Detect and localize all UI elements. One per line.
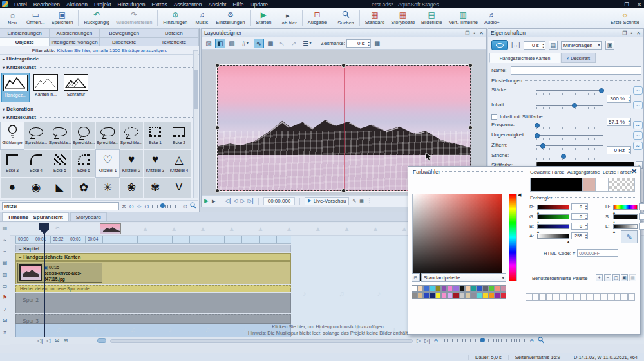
red-slider[interactable] <box>537 205 569 210</box>
section-kritzelkunst-deko[interactable]: Kritzelkunst <box>0 113 199 122</box>
tab-ausblendungen[interactable]: Ausblendungen <box>50 28 99 37</box>
lightness-slider[interactable] <box>613 224 638 229</box>
alpha-slider[interactable] <box>537 234 569 239</box>
saturation-value-field[interactable] <box>412 194 502 281</box>
layers-icon[interactable]: ▤ <box>3 272 8 277</box>
slider-handle[interactable] <box>572 103 577 108</box>
palette-swatch[interactable] <box>417 292 423 299</box>
table-icon[interactable]: ▦ <box>265 39 276 48</box>
palette-swatch[interactable] <box>453 285 459 292</box>
eyedropper-button[interactable] <box>621 230 638 243</box>
step-back-icon[interactable]: ◁ <box>234 198 238 204</box>
tab-handgezeichnete-kanten[interactable]: Handgezeichnete Kanten <box>489 53 560 63</box>
palette-swatch[interactable] <box>560 293 567 301</box>
filmstrip-icon[interactable]: ▥ <box>3 225 8 231</box>
hue-slider[interactable] <box>509 194 517 281</box>
close-panel-icon[interactable] <box>636 30 641 36</box>
timeline-zoom-slider[interactable] <box>442 339 526 342</box>
new-track-dropzone[interactable]: Hierher ziehen, um neue Spur anzule... <box>15 285 291 292</box>
palette-swatch[interactable] <box>430 292 435 299</box>
note-icon[interactable]: ♪ <box>4 306 6 312</box>
palette-swatch[interactable] <box>607 293 614 301</box>
kapitel-track-header[interactable]: –Kapitel <box>15 245 291 252</box>
palette-swatch[interactable] <box>441 292 447 299</box>
deco-item-scribble-ball[interactable]: ● <box>1 178 24 198</box>
toolbar-button-erste-schritte[interactable]: Erste Schritte <box>607 9 643 27</box>
palette-swatch[interactable] <box>465 292 471 299</box>
source-color-swatch[interactable] <box>583 178 596 192</box>
step-forward-icon[interactable]: ▷ <box>241 198 245 204</box>
saturation-slider[interactable] <box>613 214 638 219</box>
toolbar-button-neu[interactable]: Neu <box>1 9 23 27</box>
palette-swatch[interactable] <box>546 293 553 301</box>
tab-bewegungen[interactable]: Bewegungen <box>100 28 149 37</box>
palette-swatch[interactable] <box>533 293 540 301</box>
menu-ansicht[interactable]: Ansicht <box>205 1 230 8</box>
toolbar-button-ausgabe[interactable]: Ausgabe <box>305 9 330 27</box>
resize-handle-sw[interactable] <box>215 189 220 193</box>
skip-end-icon[interactable]: ▷| <box>424 338 430 344</box>
palette-swatch[interactable] <box>459 292 465 299</box>
scrollbar-thumb[interactable] <box>194 70 198 109</box>
menu-aktionen[interactable]: Aktionen <box>63 1 91 8</box>
resize-handle-w[interactable] <box>215 125 220 130</box>
spur3-track[interactable]: Spur 3 <box>15 314 291 324</box>
toolbar-button-speichern[interactable]: Speichern <box>48 9 77 27</box>
resize-handle-e[interactable] <box>468 125 473 130</box>
menu-hinzufuegen[interactable]: Hinzufügen <box>115 1 149 8</box>
toolbar-button-storyboard[interactable]: Storyboard <box>388 9 418 27</box>
toolbar-button-ab-hier[interactable]: ...ab hier <box>275 9 300 27</box>
palette-swatch[interactable] <box>482 292 488 299</box>
deco-item-v-shape[interactable]: V <box>167 178 191 198</box>
palette-swatch[interactable] <box>628 293 635 301</box>
deco-item-kritzelei-4[interactable]: △Kritzelei 4 <box>167 150 191 177</box>
slider-handle[interactable] <box>535 133 540 138</box>
stiftfarbe-checkbox-row[interactable]: Inhalt mit Stiftfarbe <box>491 114 543 120</box>
curve-button[interactable] <box>633 142 643 150</box>
save-template-icon[interactable]: ▣ <box>605 41 614 50</box>
deco-item-sprechblase-1[interactable]: Sprechbla... <box>24 122 48 149</box>
deco-item-ecke-5[interactable]: Ecke 5 <box>48 150 71 177</box>
style-item-kanten[interactable]: Kanten h... <box>32 73 60 102</box>
timeline-ruler[interactable]: 00:00 00:01 00:02 00:03 00:04 <box>15 236 291 244</box>
remove-palette-icon[interactable]: − <box>604 274 611 281</box>
menu-hilfe[interactable]: Hilfe <box>229 1 247 8</box>
style-item-handgezeichnet[interactable]: Handgez... <box>1 73 30 102</box>
palette-swatch[interactable] <box>580 293 587 301</box>
tab-texteffekte[interactable]: Texteffekte <box>149 37 199 46</box>
palette-swatch[interactable] <box>453 292 459 299</box>
tab-objekte[interactable]: Objekte <box>0 37 50 46</box>
html-code-input[interactable] <box>577 249 618 257</box>
scissors-icon[interactable]: ✂ <box>55 225 61 231</box>
deco-item-kritzelei-1[interactable]: ♡Kritzelei 1 <box>96 150 119 177</box>
palette-swatch[interactable] <box>488 285 494 292</box>
filter-reset-link[interactable]: Klicken Sie hier, um alle 1550 Einträge … <box>57 48 167 53</box>
templates-dropdown[interactable]: Minivorlagen <box>561 41 602 50</box>
section-hintergruende[interactable]: Hintergründe <box>0 55 199 63</box>
deco-item-sprechblase-5[interactable]: Sprechbla... <box>120 122 143 149</box>
deco-item-rose[interactable]: ❀ <box>120 178 143 198</box>
left-panel-scrollbar[interactable] <box>193 50 198 198</box>
deco-item-sprechblase-4[interactable]: Sprechbla... <box>96 122 119 149</box>
animation-toggle-button[interactable] <box>491 40 508 50</box>
palette-swatch[interactable] <box>553 293 560 301</box>
toolbar-button-vert-timeline[interactable]: Vert. Timeline <box>445 9 480 27</box>
copy-palette-icon[interactable]: ▢ <box>612 274 620 281</box>
fit-icon[interactable]: ⋈ <box>3 318 8 324</box>
slider-handle[interactable] <box>540 143 545 149</box>
resize-handle-n[interactable] <box>341 63 346 68</box>
hand-track-header[interactable]: –Handgezeichnete Kanten <box>15 253 291 261</box>
toolbar-button-rueckgaengig[interactable]: Rückgängig <box>80 9 113 27</box>
palette-swatch[interactable] <box>587 293 594 301</box>
close-panel-icon[interactable] <box>479 30 484 36</box>
menu-extras[interactable]: Extras <box>149 1 171 8</box>
deco-item-flower-2[interactable]: ✳ <box>96 178 119 198</box>
toolbar-button-standard[interactable]: Standard <box>362 9 388 27</box>
tab-dateien[interactable]: Dateien <box>149 28 199 37</box>
maximize-panel-icon[interactable] <box>465 30 469 36</box>
offset-spinner[interactable]: 0 s <box>524 41 545 50</box>
maximize-icon[interactable] <box>624 1 629 8</box>
thumbnail-size-slider[interactable] <box>152 205 180 208</box>
staerke-slider[interactable] <box>536 90 603 91</box>
striche-slider[interactable] <box>536 156 603 156</box>
